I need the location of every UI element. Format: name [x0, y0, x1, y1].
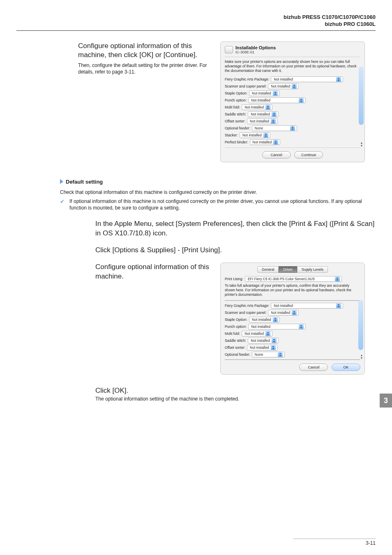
- configure-subtext: Then, configure the default setting for …: [78, 62, 214, 75]
- opt-select-scanner[interactable]: Not installed: [268, 83, 299, 89]
- opt2-label-fiery: Fiery Graphic Arts Package:: [225, 304, 269, 308]
- chevron-down-icon: [290, 126, 295, 131]
- chevron-down-icon: [336, 303, 341, 308]
- continue-button[interactable]: Continue: [294, 151, 323, 159]
- opt-select-saddle[interactable]: Not installed: [248, 111, 279, 117]
- opt2-label-offset: Offset sorter:: [225, 345, 245, 350]
- opt2-value-scanner: Not installed: [271, 311, 290, 315]
- step4-sub: The optional information setting of the …: [95, 396, 376, 402]
- scrollbar[interactable]: [359, 67, 364, 125]
- scrollbar[interactable]: [358, 300, 363, 350]
- chevron-down-icon: [335, 276, 340, 281]
- opt-value-fiery: Not installed: [274, 77, 293, 81]
- chevron-down-icon: [273, 140, 278, 145]
- dialog1-separator-bottom: [225, 147, 360, 148]
- opt2-label-staple: Staple Option:: [225, 318, 247, 322]
- default-check-text: If optional information of this machine …: [69, 198, 376, 211]
- default-para1: Check that optional information of this …: [60, 189, 376, 196]
- tab-general[interactable]: General: [257, 266, 279, 273]
- step2-text: Click [Options & Supplies] - [Print Usin…: [95, 246, 376, 255]
- step4-text: Click [OK].: [95, 386, 376, 396]
- opt2-select-saddle[interactable]: Not installed: [248, 338, 279, 343]
- step1-text: In the Apple Menu, select [System Prefer…: [95, 219, 376, 238]
- dialog2-separator-bottom: [225, 359, 360, 360]
- opt2-select-multifold[interactable]: Not installed: [242, 331, 272, 336]
- opt2-select-staple[interactable]: Not installed: [249, 317, 280, 322]
- dialog1-title: Installable Options: [235, 45, 276, 50]
- print-using-label: Print Using:: [225, 277, 243, 281]
- scroll-stepper-icon[interactable]: ▲▼: [360, 141, 364, 148]
- opt-value-saddle: Not installed: [251, 112, 270, 116]
- chapter-badge: 3: [380, 394, 392, 408]
- opt-value-staple: Not installed: [252, 91, 271, 95]
- opt-label-binder: Perfect binder:: [225, 140, 248, 144]
- opt2-select-feeder[interactable]: None: [252, 352, 285, 357]
- opt-label-punch: Punch option:: [225, 98, 247, 102]
- opt-select-offset[interactable]: Not installed: [247, 118, 278, 124]
- cancel-button[interactable]: Cancel: [262, 151, 291, 159]
- opt2-value-saddle: Not installed: [251, 339, 270, 343]
- opt-label-fiery: Fiery Graphic Arts Package:: [225, 77, 269, 81]
- chevron-down-icon: [271, 119, 276, 124]
- opt2-select-offset[interactable]: Not installed: [247, 345, 278, 350]
- opt2-value-feeder: None: [255, 352, 263, 357]
- chevron-down-icon: [273, 317, 278, 322]
- opt2-label-feeder: Optional feeder:: [225, 352, 250, 357]
- ok-button[interactable]: OK: [332, 364, 360, 371]
- chevron-down-icon: [292, 84, 297, 89]
- opt-label-saddle: Saddle stitch:: [225, 112, 246, 116]
- opt2-value-offset: Not installed: [250, 345, 269, 350]
- chevron-down-icon: [265, 105, 270, 110]
- opt-select-feeder[interactable]: None: [252, 125, 297, 131]
- print-using-select[interactable]: EFI Fiery C5 IC-308 PS Color Server1.0US: [245, 276, 342, 282]
- opt-value-punch: Not installed: [251, 98, 270, 102]
- dialog1-desc: Make sure your printer's options are acc…: [225, 60, 360, 73]
- chevron-down-icon: [299, 324, 304, 329]
- dialog2-separator: [225, 300, 360, 301]
- chevron-down-icon: [336, 77, 341, 82]
- dialog2-desc: To take full advantage of your printer's…: [225, 283, 360, 297]
- default-setting-heading: Default setting: [66, 179, 103, 185]
- opt-select-punch[interactable]: Not installed: [248, 97, 306, 103]
- checkmark-icon: ✔: [60, 198, 65, 205]
- header-line1: bizhub PRESS C1070/C1070P/C1060: [16, 14, 376, 21]
- opt2-select-scanner[interactable]: Not installed: [268, 310, 299, 315]
- tab-supply[interactable]: Supply Levels: [297, 266, 328, 273]
- opt-select-multifold[interactable]: Not installed: [242, 104, 272, 110]
- tab-driver[interactable]: Driver: [279, 266, 297, 273]
- printer-icon: [225, 46, 233, 53]
- cancel-button[interactable]: Cancel: [299, 364, 328, 371]
- opt2-select-fiery[interactable]: Not installed: [271, 303, 343, 309]
- step3-text: Configure optional information of this m…: [95, 263, 214, 281]
- dialog1-separator: [225, 57, 360, 57]
- opt2-value-multifold: Not installed: [244, 332, 264, 336]
- opt-select-binder[interactable]: Not installed: [250, 139, 281, 145]
- opt-select-staple[interactable]: Not installed: [249, 90, 280, 96]
- dialog1-subtitle: IC-308E-01: [235, 50, 276, 54]
- driver-options-dialog: General Driver Supply Levels Print Using…: [220, 263, 365, 375]
- opt-value-scanner: Not installed: [271, 84, 290, 88]
- opt-label-staple: Staple Option:: [225, 91, 247, 95]
- chevron-down-icon: [272, 112, 277, 117]
- opt-select-stacker[interactable]: Not installed: [240, 132, 270, 138]
- opt-label-offset: Offset sorter:: [225, 119, 245, 123]
- chevron-down-icon: [271, 345, 276, 350]
- opt-value-feeder: None: [255, 126, 263, 130]
- opt-select-fiery[interactable]: Not installed: [271, 76, 343, 82]
- scroll-stepper-icon[interactable]: ▲▼: [360, 354, 364, 360]
- page-number: 3-11: [366, 540, 376, 546]
- chevron-down-icon: [272, 338, 277, 343]
- chevron-down-icon: [299, 98, 304, 103]
- opt-label-stacker: Stacker:: [225, 133, 238, 137]
- opt2-value-punch: Not installed: [251, 325, 270, 329]
- opt2-select-punch[interactable]: Not installed: [248, 324, 306, 329]
- chevron-down-icon: [278, 352, 283, 357]
- chevron-down-icon: [292, 310, 297, 315]
- opt2-value-fiery: Not installed: [274, 304, 293, 308]
- opt2-label-scanner: Scanner and copier panel:: [225, 311, 266, 315]
- chevron-down-icon: [265, 331, 270, 336]
- opt-label-feeder: Optional feeder:: [225, 126, 250, 130]
- installable-options-dialog: Installable Options IC-308E-01 Make sure…: [220, 41, 365, 162]
- opt-value-stacker: Not installed: [242, 133, 262, 137]
- configure-heading: Configure optional information of this m…: [78, 41, 214, 60]
